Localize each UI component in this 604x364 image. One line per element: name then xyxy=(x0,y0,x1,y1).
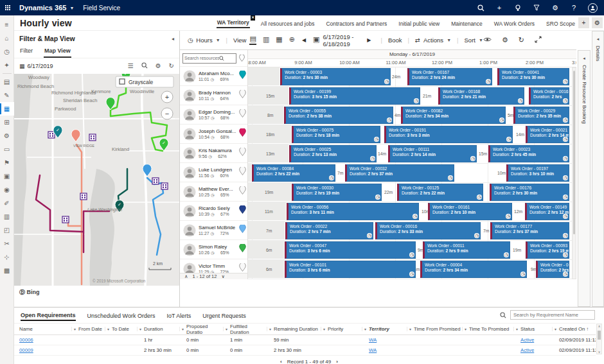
quick-create-icon[interactable]: + xyxy=(495,3,504,12)
work-order-bar[interactable]: Work Order - 00176Duration: 2 hrs 30 min… xyxy=(490,184,569,201)
create-resource-booking-strip[interactable]: ◂Create Resource Booking xyxy=(578,50,591,307)
work-order-bar[interactable]: Work Order - 00084Duration: 2 hrs 22 min… xyxy=(252,164,335,182)
flag-icon[interactable]: ⚑ xyxy=(0,156,14,169)
hamburger-icon[interactable]: ≡ xyxy=(0,18,14,31)
date-range[interactable]: 6/17/2019 - 6/18/2019 xyxy=(323,33,363,48)
details-strip[interactable]: ◂Details xyxy=(592,31,604,307)
image-icon[interactable]: ▣ xyxy=(0,169,14,183)
cut-icon[interactable]: ✂ xyxy=(0,237,14,250)
show-pins-icon[interactable] xyxy=(239,55,245,62)
resource-pin-icon[interactable] xyxy=(239,225,246,236)
work-order-bar[interactable]: Work Order - 00167Duration: 2 hrs 24 min… xyxy=(407,68,492,85)
resource-pin-icon[interactable] xyxy=(239,128,246,140)
bottom-tab[interactable]: IoT Alerts xyxy=(166,311,191,320)
table-vertical-scrollbar[interactable]: ∧∨ xyxy=(596,324,602,354)
resource-row[interactable]: Brady Hannon10:11◷64% xyxy=(180,86,247,105)
prev-date-icon[interactable]: ◀ xyxy=(302,37,306,43)
cell-link[interactable]: 00009 xyxy=(19,347,33,353)
sort-dropdown[interactable]: Sort▼ xyxy=(465,37,483,44)
view-map-icon[interactable]: ⊕ xyxy=(289,36,295,44)
chevron-down-icon[interactable]: ▼ xyxy=(69,6,74,10)
work-order-bar[interactable]: Work Order - 00055Duration: 2 hrs 38 min… xyxy=(284,107,393,124)
resource-pin-icon[interactable] xyxy=(239,90,246,101)
dashboard-icon[interactable]: ▤ xyxy=(0,75,14,89)
resource-row[interactable]: Luke Lundgren11:56◷60% xyxy=(180,163,247,182)
hours-dropdown[interactable]: ◷Hours▼ xyxy=(188,37,220,44)
cell-link[interactable]: WA xyxy=(369,347,377,353)
work-order-bar[interactable]: Work Order - 00168Duration: 2 hrs 21 min… xyxy=(438,87,524,105)
work-order-bar[interactable]: Work Order - 00197Duration: 3 hrs 10 min… xyxy=(506,164,569,182)
grid-icon[interactable]: ▩ xyxy=(0,264,14,277)
work-order-bar[interactable]: Work Order - 00016Duration: 2 hrs 33 min… xyxy=(375,222,481,239)
lightbulb-icon[interactable] xyxy=(513,3,522,12)
work-order-bar[interactable]: Work Order - 00023Duration: 2 hrs 45 min… xyxy=(488,145,569,162)
map-date-picker[interactable]: ▦6/17/2019 xyxy=(19,63,53,69)
layers-icon[interactable]: ☰ xyxy=(128,63,134,69)
book-button[interactable]: Book xyxy=(388,37,402,44)
resource-pin-icon[interactable] xyxy=(239,263,246,273)
work-order-bar[interactable]: Work Order - 00056Duration: 3 hrs 11 min… xyxy=(287,203,419,220)
board-tab[interactable]: All resources and jobs xyxy=(260,19,315,28)
work-order-bar[interactable]: Work Order - 00025Duration: 2 hrs 13 min… xyxy=(289,145,377,162)
cell-link[interactable]: 00006 xyxy=(19,337,33,343)
filter-caret-icon[interactable]: ▾ xyxy=(71,327,76,331)
pager-up-icon[interactable]: ∧ xyxy=(184,273,188,279)
map-zoom-in-button[interactable]: + xyxy=(161,91,173,103)
resource-pin-icon[interactable] xyxy=(239,148,246,159)
refresh-icon[interactable]: ↻ xyxy=(519,37,524,44)
grayscale-button[interactable]: Grayscale xyxy=(116,76,173,87)
cell-link[interactable]: WA xyxy=(369,337,377,343)
waffle-menu-icon[interactable] xyxy=(0,0,15,15)
resource-row[interactable]: Kris Nakamura9:56◷62% xyxy=(180,144,247,163)
resource-row[interactable]: Edgar Doming...10:57◷68% xyxy=(180,105,247,125)
work-order-bar[interactable]: Work Order - 00011Duration: 2 hrs 9 min◷ xyxy=(423,241,510,259)
work-order-bar[interactable]: Work Order - 00101Duration: 3 hrs 6 min◷ xyxy=(285,261,416,278)
resource-row[interactable]: Ricardo Seely10:39◷67% xyxy=(180,202,247,221)
board-tab[interactable]: Initial public view xyxy=(398,19,440,28)
collapse-panel-icon[interactable]: ◂ xyxy=(172,36,174,42)
work-order-bar[interactable]: Work Order - 00177Duration: 2 hrs 37 min… xyxy=(490,222,569,239)
resource-row[interactable]: Victor Timm11:29◷72% xyxy=(180,259,247,273)
schedule-vertical-scrollbar[interactable] xyxy=(572,67,576,279)
filter-icon[interactable] xyxy=(532,3,541,12)
work-order-bar[interactable]: Work Order - 00030Duration: 2 hrs 19 min… xyxy=(292,184,382,201)
edit-icon[interactable]: ✐ xyxy=(0,196,14,210)
table-row[interactable]: 000092 hrs 30 min0 min0 min2 hrs 30 minW… xyxy=(14,345,596,356)
monitor-icon[interactable]: ▭ xyxy=(0,143,14,156)
gear-icon[interactable]: ⚙ xyxy=(551,3,560,12)
map[interactable]: ✓ ✓ ✓ ✓ WoodwayRichmond BeachRichmond Hi… xyxy=(14,74,179,286)
view-rows-icon[interactable]: ▤ xyxy=(249,35,256,45)
resource-row[interactable]: Joseph Gonsal...10:54◷68% xyxy=(180,125,247,144)
bottom-tab[interactable]: Open Requirements xyxy=(21,310,76,321)
bottom-tab[interactable]: Unscheduled Work Orders xyxy=(87,311,155,320)
app-name[interactable]: Dynamics 365 xyxy=(19,4,66,12)
resource-pin-icon[interactable] xyxy=(239,186,246,198)
resource-pin-icon[interactable] xyxy=(239,205,246,217)
work-order-bar[interactable]: Work Order - 00149Duration: 2 hrs 12 min… xyxy=(525,203,569,220)
asset-icon[interactable]: ◰ xyxy=(0,223,14,237)
expand-icon[interactable] xyxy=(535,36,542,44)
resource-row[interactable]: Samuel McBride11:27◷72% xyxy=(180,221,247,240)
filter-caret-icon[interactable]: ▾ xyxy=(513,327,518,331)
schedule-grid[interactable]: 24mWork Order - 00003Duration: 2 hrs 30 … xyxy=(248,67,576,279)
settings-icon[interactable]: ⚙ xyxy=(0,129,14,143)
requirement-search-input[interactable] xyxy=(510,310,595,320)
resource-row[interactable]: Abraham Mco...11:01◷69% xyxy=(180,67,247,86)
work-order-bar[interactable]: Work Order - 00022Duration: 2 hrs 7 min◷ xyxy=(285,222,373,239)
resource-pin-icon[interactable] xyxy=(239,71,246,82)
board-tab[interactable]: WA Work Orders xyxy=(493,19,535,28)
work-order-bar[interactable]: Work Order - 00093Duration: 2 hrs 19 min… xyxy=(526,241,569,259)
pager-prev-icon[interactable]: ‹ xyxy=(280,359,282,364)
filter-caret-icon[interactable]: ▾ xyxy=(552,327,556,331)
board-settings-button[interactable]: ⚙ xyxy=(592,17,603,28)
requirement-search-icon[interactable] xyxy=(500,312,506,318)
filter-caret-icon[interactable]: ▾ xyxy=(267,327,271,331)
filter-caret-icon[interactable]: ▾ xyxy=(321,327,325,331)
resource-search-icon[interactable] xyxy=(219,56,224,61)
work-order-bar[interactable]: Work Order - 00082Duration: 2 hrs 34 min… xyxy=(401,107,506,124)
work-order-bar[interactable]: Work Order - 00125Duration: 2 hrs 22 min… xyxy=(397,184,483,201)
work-order-bar[interactable]: Work Order - 00021Duration: 2 hrs 14 min… xyxy=(526,126,569,143)
work-order-bar[interactable]: Work Order - 00111Duration: 2 hrs 14 min… xyxy=(388,145,477,162)
map-settings-icon[interactable]: ⚙ xyxy=(155,63,161,69)
work-order-bar[interactable]: Work Order - 00163Duration: 2 hrs◷ xyxy=(529,87,569,105)
